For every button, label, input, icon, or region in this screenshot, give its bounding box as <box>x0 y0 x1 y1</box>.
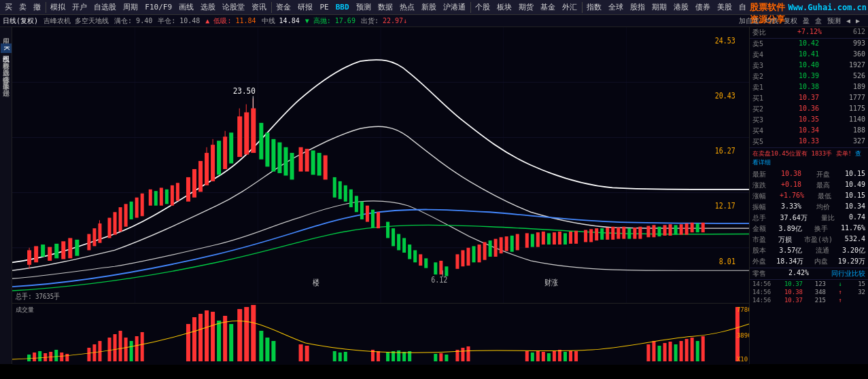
research-btn[interactable]: 研报 <box>294 1 316 13</box>
bbd-btn[interactable]: BBD <box>332 2 353 12</box>
svg-rect-89 <box>455 254 459 268</box>
draw-btn[interactable]: 画线 <box>175 1 197 13</box>
sidebar-watchlist[interactable]: 自选股 <box>1 61 12 67</box>
individual-btn[interactable]: 个股 <box>472 1 493 13</box>
stockindex-btn[interactable]: 股指 <box>627 1 648 13</box>
global-btn[interactable]: 全球 <box>605 1 627 13</box>
auto-btn[interactable]: 自 <box>735 1 750 13</box>
sidebar-ranking[interactable]: 综合排名 <box>1 68 12 73</box>
svg-rect-188 <box>445 355 448 361</box>
main-content: 应用 分时图 K线图 个股资料 自选股 综合排名 牛叉诊股 超强 <box>0 27 868 364</box>
sidebar-timeshare[interactable]: 分时图 <box>1 37 12 42</box>
simulate-btn[interactable]: 模拟 <box>47 1 69 13</box>
svg-rect-73 <box>366 206 369 222</box>
futures2-btn[interactable]: 期期 <box>648 1 670 13</box>
svg-rect-146 <box>49 352 52 361</box>
trade1-price: 10.37 <box>779 281 803 287</box>
hutong-btn[interactable]: 沪港通 <box>440 1 469 13</box>
sidebar-stockinfo[interactable]: 个股资料 <box>1 54 12 60</box>
predict-btn[interactable]: 预测 <box>353 1 375 13</box>
hotspot-btn[interactable]: 热点 <box>396 1 418 13</box>
hkstock-btn[interactable]: 港股 <box>670 1 692 13</box>
reinstate-btn[interactable]: 复权 <box>784 16 797 26</box>
news-btn[interactable]: 资讯 <box>248 1 270 13</box>
box-btn[interactable]: 盒 <box>815 16 822 26</box>
svg-text:12.17: 12.17 <box>715 202 735 211</box>
bond-btn[interactable]: 债券 <box>692 1 714 13</box>
svg-rect-120 <box>633 228 636 239</box>
svg-rect-110 <box>574 231 578 244</box>
svg-rect-111 <box>584 230 587 242</box>
lungu-btn[interactable]: 论股堂 <box>219 1 248 13</box>
volume-chart: 77801 38900 X10 成交量 <box>12 303 749 364</box>
zuixin-label: 最新 <box>752 170 766 179</box>
svg-rect-77 <box>392 228 395 246</box>
newstock-btn[interactable]: 新股 <box>418 1 440 13</box>
zhanfu-val: +1.76% <box>780 192 804 201</box>
stat-guben: 股本 3.57亿 流通 3.20亿 <box>752 245 865 256</box>
top-toolbar: 买 卖 撤 模拟 开户 自选股 周期 F10/F9 画线 选股 论股堂 资讯 资… <box>0 0 868 15</box>
svg-rect-69 <box>344 185 347 202</box>
sell2-price: 10.39 <box>785 72 819 82</box>
right-panel: 委比 +7.12% 612 卖5 10.42 993 卖4 10.41 360 … <box>749 27 868 364</box>
industry-compare-btn[interactable]: 同行业比较 <box>831 269 865 278</box>
profit-btn[interactable]: 盈 <box>803 16 810 26</box>
svg-rect-155 <box>119 331 122 361</box>
f10-btn[interactable]: F10/F9 <box>141 2 175 12</box>
select-btn[interactable]: 选股 <box>197 1 219 13</box>
forex-btn[interactable]: 外汇 <box>559 1 580 13</box>
trade-row-3: 14:56 10.37 215 ↑ <box>750 296 868 304</box>
trade1-dir: ↓ <box>829 281 842 287</box>
period-btn[interactable]: 周期 <box>120 1 141 13</box>
sidebar-kline[interactable]: K线图 <box>1 43 12 53</box>
us-btn[interactable]: 美股 <box>714 1 735 13</box>
add-watchlist-btn[interactable]: 加自选 <box>739 16 759 26</box>
junj-val: 10.34 <box>845 202 865 212</box>
sidebar-app[interactable]: 应用 <box>1 30 12 35</box>
sector-btn[interactable]: 板块 <box>493 1 515 13</box>
cancel-btn[interactable]: 撤 <box>30 1 44 13</box>
capital-btn[interactable]: 资金 <box>273 1 294 13</box>
svg-rect-79 <box>402 238 406 252</box>
nav-arrow-right[interactable]: ▶ <box>856 17 860 24</box>
kaipan-label: 开盘 <box>816 170 830 179</box>
sidebar-super[interactable]: 超强 <box>1 82 12 87</box>
svg-rect-125 <box>663 225 667 236</box>
mid-line: 中线 14.84 <box>262 16 300 26</box>
forecast-btn[interactable]: 预测 <box>827 16 841 26</box>
ma-btn[interactable]: 均线 <box>765 16 778 26</box>
svg-rect-172 <box>265 338 269 361</box>
liutong-label: 流通 <box>816 246 829 255</box>
buy5-vol: 327 <box>831 137 865 147</box>
svg-rect-166 <box>223 316 227 361</box>
zerosale-val: 2.42% <box>788 269 809 278</box>
watchlist-btn[interactable]: 自选股 <box>90 1 120 13</box>
main-chart[interactable]: 23.50 <box>12 27 749 303</box>
svg-rect-195 <box>542 352 545 361</box>
svg-rect-72 <box>360 202 364 219</box>
futures-btn[interactable]: 期货 <box>515 1 537 13</box>
svg-rect-170 <box>251 305 256 361</box>
nav-arrow-left[interactable]: ◀ <box>846 17 850 24</box>
svg-rect-205 <box>663 343 667 361</box>
svg-rect-78 <box>397 234 400 251</box>
fund-btn[interactable]: 基金 <box>537 1 559 13</box>
sell3-price: 10.40 <box>785 61 819 71</box>
svg-rect-154 <box>114 334 117 361</box>
svg-rect-157 <box>130 341 133 361</box>
buy3-vol: 1140 <box>831 115 865 125</box>
svg-text:24.53: 24.53 <box>715 36 735 46</box>
sidebar-diagnosis[interactable]: 牛叉诊股 <box>1 75 12 80</box>
zhangdie-label: 涨跌 <box>752 181 766 190</box>
data-btn[interactable]: 数据 <box>375 1 396 13</box>
trade2-price: 10.38 <box>779 289 803 295</box>
buy-row-3: 买3 10.35 1140 <box>750 115 868 126</box>
buy-btn[interactable]: 买 <box>1 1 16 13</box>
svg-rect-39 <box>198 161 203 192</box>
pe-btn[interactable]: PE <box>316 2 332 12</box>
index-btn[interactable]: 指数 <box>583 1 605 13</box>
svg-rect-127 <box>674 225 678 234</box>
market-info[interactable]: 在卖盘10.45位置有 1833手 卖单! 查看详细 <box>750 147 868 168</box>
sell-btn[interactable]: 卖 <box>16 1 30 13</box>
open-acct-btn[interactable]: 开户 <box>69 1 90 13</box>
